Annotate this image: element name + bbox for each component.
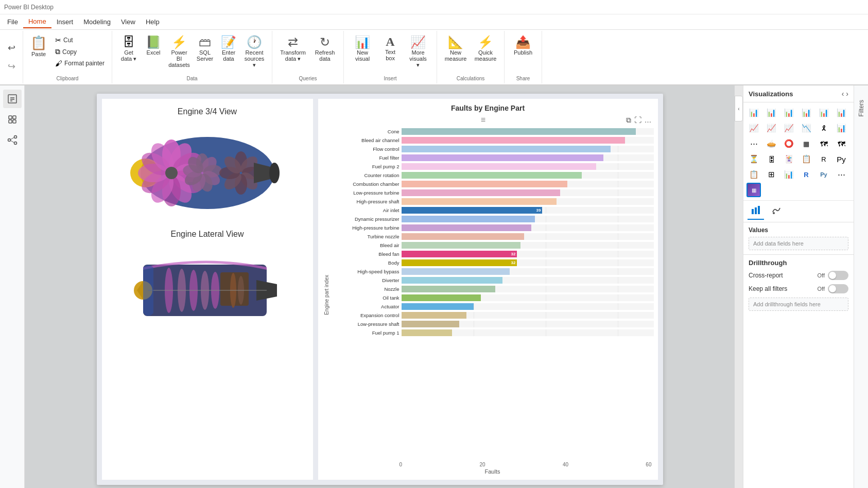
viz-gauge-icon[interactable]: 🎛 [764,152,778,166]
new-visual-button[interactable]: 📊 Newvisual [348,33,377,76]
viz-waterfall-icon[interactable]: 📊 [834,121,848,135]
viz-area-chart-icon[interactable]: 📈 [764,121,778,135]
sidebar-item-model[interactable] [3,131,22,149]
filters-label[interactable]: Filters [858,100,865,117]
recent-sources-button[interactable]: 🕐 Recentsources ▾ [241,33,268,76]
publish-button[interactable]: 📤 Publish [509,33,537,76]
menu-help[interactable]: Help [141,16,165,28]
viz-kpi-icon[interactable]: R [817,152,831,166]
viz-more-icon[interactable]: ⋯ [834,167,848,182]
viz-line-col-icon[interactable]: 📉 [799,121,813,135]
bar-fill [402,277,502,284]
menu-file[interactable]: File [2,16,23,28]
viz-matrix-icon[interactable]: ⊞ [764,167,778,182]
menu-insert[interactable]: Insert [51,16,79,28]
cross-report-toggle[interactable]: Off [818,271,848,280]
refresh-data-button[interactable]: ↻ Refreshdata [310,33,339,76]
copy-label: Copy [62,48,77,56]
sidebar-item-report[interactable] [3,90,22,108]
viz-scatter-icon[interactable]: ⋯ [747,136,761,151]
svg-point-9 [14,136,16,138]
viz-funnel-icon[interactable]: ⏳ [747,152,761,166]
more-visuals-button[interactable]: 📈 Morevisuals ▾ [404,33,432,76]
menu-modeling[interactable]: Modeling [78,16,116,28]
viz-treemap-icon[interactable]: ▦ [799,136,813,151]
recent-sources-icon: 🕐 [247,35,262,49]
chart-more-icon[interactable]: … [645,116,652,125]
viz-bar-chart-icon[interactable]: 📊 [747,106,761,120]
engine-3d-image [130,121,285,224]
viz-100-stacked-column-icon[interactable]: 📊 [834,106,848,120]
bar-label: Combustion chamber [334,181,400,187]
power-bi-datasets-button[interactable]: ⚡ Power BIdatasets [166,33,193,76]
bar-row: Fuel pump 2 [334,163,654,170]
viz-r-visual-icon[interactable]: R [799,167,813,182]
sql-server-button[interactable]: 🗃 SQLServer [194,33,216,76]
sidebar-item-data[interactable] [3,110,22,129]
viz-build-tab[interactable] [748,203,764,220]
viz-stacked-area-icon[interactable]: 📈 [782,121,796,135]
svg-rect-7 [13,120,16,123]
excel-button[interactable]: 📗 Excel [142,33,165,76]
viz-map-icon[interactable]: 🗺 [817,136,831,151]
viz-card-icon[interactable]: 🃏 [782,152,796,166]
quick-measure-button[interactable]: ⚡ Quickmeasure [471,33,500,76]
bar-fill [402,321,459,327]
viz-filled-map-icon[interactable]: 🗺 [834,136,848,151]
menu-view[interactable]: View [116,16,141,28]
viz-icons-grid: 📊 📊 📊 📊 📊 📊 📈 📈 📈 📉 🎗 📊 ⋯ 🥧 ⭕ ▦ 🗺 🗺 ⏳ 🎛 … [743,102,854,201]
bar-fill [402,224,531,231]
cut-button[interactable]: ✂ Cut [52,35,108,45]
keep-all-filters-toggle[interactable]: Off [818,284,848,293]
viz-pie-chart-icon[interactable]: 🥧 [764,136,778,151]
viz-slicer-icon[interactable]: Py [834,152,848,166]
viz-format-tab[interactable] [768,203,785,220]
bar-label: Low-pressure turbine [334,190,400,196]
chart-expand-icon[interactable]: ⛶ [634,116,641,125]
engine-lateral-view-title: Engine Lateral View [170,230,244,239]
viz-clustered-column-icon[interactable]: 📊 [817,106,831,120]
format-painter-button[interactable]: 🖌 Format painter [52,58,108,68]
values-drop-zone[interactable]: Add data fields here [749,237,848,250]
keep-all-filters-toggle-track[interactable] [828,284,848,293]
viz-donut-icon[interactable]: ⭕ [782,136,796,151]
bar-track [402,146,654,152]
viz-100-stacked-bar-icon[interactable]: 📊 [782,106,796,120]
viz-clustered-bar-icon[interactable]: 📊 [764,106,778,120]
chart-drag-handle[interactable]: ≡ [481,115,484,125]
viz-table-icon[interactable]: 📋 [747,167,761,182]
viz-panel-forward-icon[interactable]: › [846,90,848,98]
paste-button[interactable]: 📋 Paste [27,33,50,59]
menu-home[interactable]: Home [23,15,51,28]
bar-row: Air inlet39 [334,206,654,214]
x-tick-20: 20 [479,462,485,467]
get-data-button[interactable]: 🗄 Getdata ▾ [116,33,141,76]
y-axis-label-wrapper: Engine part index [322,128,332,462]
viz-ribbon-chart-icon[interactable]: 🎗 [817,121,831,135]
viz-stacked-column-icon[interactable]: 📊 [799,106,813,120]
copy-button[interactable]: ⧉ Copy [52,46,108,57]
bar-track [402,216,654,222]
drillthrough-drop-zone[interactable]: Add drillthrough fields here [749,298,848,311]
panel-collapse-button[interactable]: ‹ [735,85,743,488]
viz-achart-icon[interactable]: 📊 [782,167,796,182]
cross-report-toggle-track[interactable] [828,271,848,280]
x-axis: 0 20 40 60 [332,462,654,467]
clipboard-group-label: Clipboard [27,76,108,81]
chart-filter-icon[interactable]: ⧉ [626,116,631,125]
enter-data-button[interactable]: 📝 Enterdata [217,33,240,76]
redo-button[interactable]: ↪ [3,58,20,75]
viz-selected-visual[interactable]: ▦ [747,183,761,197]
text-box-button[interactable]: A Textbox [378,33,403,76]
transform-data-button[interactable]: ⇄ Transformdata ▾ [276,33,309,76]
undo-button[interactable]: ↩ [3,40,20,56]
viz-panel-back-icon[interactable]: ‹ [842,90,844,98]
viz-python-icon[interactable]: Py [817,167,831,182]
quick-measure-label: Quickmeasure [475,49,497,62]
viz-multi-row-card-icon[interactable]: 📋 [799,152,813,166]
new-measure-button[interactable]: 📐 Newmeasure [441,33,470,76]
keep-all-filters-row: Keep all filters Off [749,284,848,293]
bar-row: Combustion chamber [334,180,654,188]
viz-line-chart-icon[interactable]: 📈 [747,121,761,135]
bar-row: Fuel filter [334,154,654,162]
